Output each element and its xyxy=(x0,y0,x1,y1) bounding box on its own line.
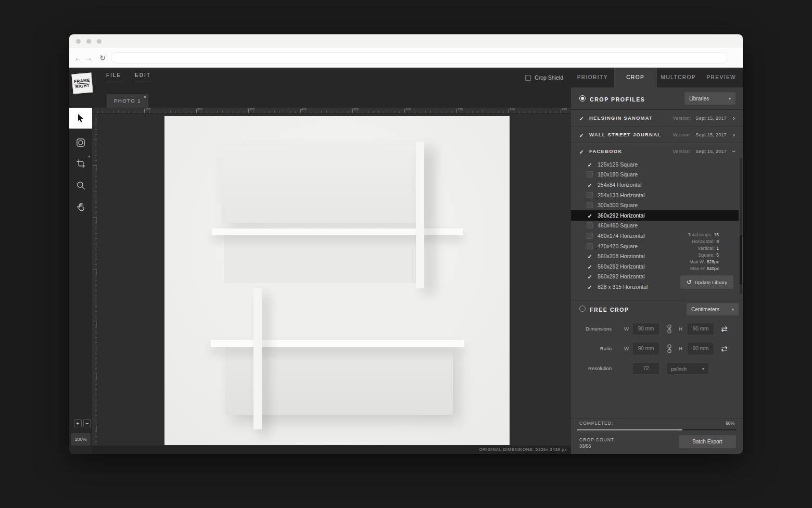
library-checkbox[interactable]: ✓ xyxy=(578,132,585,138)
crop-size-row[interactable]: ✓125x125 Square xyxy=(571,159,739,170)
crop-size-checkbox[interactable] xyxy=(587,192,593,198)
free-crop-radio[interactable] xyxy=(579,306,586,312)
link-icon[interactable] xyxy=(667,344,672,355)
ratio-width-input[interactable]: 90 mm xyxy=(633,343,659,354)
resolution-unit-dropdown[interactable]: px/inch ▾ xyxy=(667,363,708,374)
library-row[interactable]: ✓WALL STREET JOURNALVersion:Sept 15, 201… xyxy=(571,126,743,143)
chevron-right-icon[interactable]: › xyxy=(731,115,737,121)
crop-size-checkbox[interactable]: ✓ xyxy=(587,273,593,280)
crop-stat: Horizontal:9 xyxy=(688,238,719,245)
menu-edit[interactable]: EDIT xyxy=(135,72,151,82)
version-label: Version: xyxy=(673,149,691,154)
ruler-vertical: 100200300400500600 xyxy=(92,113,97,446)
crop-size-row[interactable]: 254x133 Horizontal xyxy=(571,190,739,200)
library-row[interactable]: ✓HELSINGIN SANOMATVersion:Sept 15, 2017› xyxy=(571,109,743,126)
photo-tab-label: PHOTO 1 xyxy=(114,98,141,104)
ratio-height-input[interactable]: 90 mm xyxy=(688,343,714,354)
tab-preview[interactable]: PREVIEW xyxy=(700,68,743,87)
library-name: HELSINGIN SANOMAT xyxy=(589,115,653,121)
menu-file[interactable]: FILE xyxy=(106,72,121,82)
window-close-button[interactable] xyxy=(76,39,81,44)
tab-crop[interactable]: CROP xyxy=(614,68,657,87)
crop-size-row[interactable]: 180x180 Square xyxy=(571,170,739,180)
url-input[interactable] xyxy=(111,52,728,63)
close-icon[interactable]: × xyxy=(144,95,146,99)
crop-size-label: 300x300 Square xyxy=(598,202,638,208)
swap-icon[interactable]: ⇄ xyxy=(721,343,728,354)
crop-tool-button[interactable]: ▾ xyxy=(69,154,92,173)
shelf-shape xyxy=(253,288,262,430)
update-library-label: Update Library xyxy=(695,280,727,285)
crop-size-row[interactable]: 460x460 Square xyxy=(571,221,739,231)
dimensions-height-input[interactable]: 90 mm xyxy=(688,323,714,335)
crop-stats: Total crops:15Horizontal:9Vertical:1Squa… xyxy=(688,232,719,272)
units-dropdown[interactable]: Centimeters ▾ xyxy=(687,303,739,315)
dimensions-width-input[interactable]: 90 mm xyxy=(633,323,659,335)
crop-size-checkbox[interactable]: ✓ xyxy=(587,263,593,270)
photo-image[interactable] xyxy=(164,116,510,445)
crop-size-checkbox[interactable] xyxy=(587,171,593,177)
link-icon[interactable] xyxy=(667,324,672,336)
crop-size-row[interactable]: ✓254x84 Horizontal xyxy=(571,180,739,190)
width-label: W xyxy=(624,323,629,335)
library-row[interactable]: ✓FACEBOOKVersion:Sept 15, 2017› xyxy=(571,143,743,159)
crop-size-checkbox[interactable]: ✓ xyxy=(587,284,593,290)
chevron-down-icon[interactable]: › xyxy=(731,149,737,154)
library-checkbox[interactable]: ✓ xyxy=(578,148,585,155)
zoom-tool-button[interactable] xyxy=(69,176,92,195)
crop-size-checkbox[interactable]: ✓ xyxy=(587,161,593,168)
crop-size-checkbox[interactable]: ✓ xyxy=(587,182,593,188)
reload-icon[interactable]: ↻ xyxy=(98,48,107,68)
crop-size-list: ✓125x125 Square180x180 Square✓254x84 Hor… xyxy=(571,159,739,292)
version-value: Sept 15, 2017 xyxy=(696,116,727,121)
libraries-dropdown[interactable]: Libraries ▾ xyxy=(684,92,735,105)
crop-size-checkbox[interactable] xyxy=(587,202,593,208)
marquee-tool-button[interactable] xyxy=(69,133,92,152)
chevron-right-icon[interactable]: › xyxy=(731,132,737,138)
crop-size-label: 180x180 Square xyxy=(598,171,638,177)
crop-size-checkbox[interactable]: ✓ xyxy=(587,212,593,219)
photo-tab[interactable]: PHOTO 1 × xyxy=(107,94,148,108)
browser-window: ← → ↻ FRAME RIGHT FILE EDIT Crop Shield … xyxy=(69,34,743,454)
crop-size-label: 360x292 Horizontal xyxy=(598,212,644,219)
update-library-button[interactable]: ↺ Update Library xyxy=(680,275,733,289)
crop-shield-checkbox[interactable] xyxy=(525,75,531,81)
resolution-input[interactable]: 72 xyxy=(633,363,659,374)
resolution-label: Resolution xyxy=(579,363,612,374)
forward-icon[interactable]: → xyxy=(84,48,93,68)
progress-bar xyxy=(577,429,737,430)
chevron-down-icon: ▾ xyxy=(88,155,90,159)
crop-size-checkbox[interactable]: ✓ xyxy=(587,253,593,259)
crop-shield-toggle[interactable]: Crop Shield xyxy=(525,68,563,87)
window-minimize-button[interactable] xyxy=(86,39,91,44)
zoom-in-button[interactable]: + xyxy=(74,420,82,427)
completed-label: COMPLETED: xyxy=(579,421,613,426)
batch-export-button[interactable]: Batch Export xyxy=(679,435,736,448)
shelf-shape xyxy=(221,146,416,223)
version-value: Sept 15, 2017 xyxy=(696,149,727,154)
divider xyxy=(571,300,743,300)
scrollbar[interactable] xyxy=(740,158,742,294)
zoom-out-button[interactable]: − xyxy=(83,420,91,427)
crop-profiles-radio[interactable] xyxy=(579,95,586,101)
crop-size-row[interactable]: ✓360x292 Horizontal xyxy=(571,210,739,221)
scrollbar-thumb[interactable] xyxy=(740,235,742,284)
crop-size-checkbox[interactable] xyxy=(587,222,593,228)
back-icon[interactable]: ← xyxy=(73,48,83,68)
hand-icon xyxy=(76,202,86,212)
crop-size-label: 460x460 Square xyxy=(598,222,638,228)
width-label: W xyxy=(624,343,629,354)
tab-priority[interactable]: PRIORITY xyxy=(571,68,614,87)
library-checkbox[interactable]: ✓ xyxy=(578,115,585,121)
swap-icon[interactable]: ⇄ xyxy=(721,323,728,335)
window-zoom-button[interactable] xyxy=(97,39,102,44)
shelf-shape xyxy=(224,235,417,283)
tab-multcrop[interactable]: MULTCROP xyxy=(657,68,700,87)
crop-size-row[interactable]: 300x300 Square xyxy=(571,200,739,210)
select-tool-button[interactable] xyxy=(69,108,92,129)
hand-tool-button[interactable] xyxy=(69,198,92,217)
crop-size-label: 470x470 Square xyxy=(598,243,638,249)
crop-size-checkbox[interactable] xyxy=(587,233,593,239)
units-dropdown-value: Centimeters xyxy=(691,307,719,312)
crop-size-checkbox[interactable] xyxy=(587,243,593,249)
